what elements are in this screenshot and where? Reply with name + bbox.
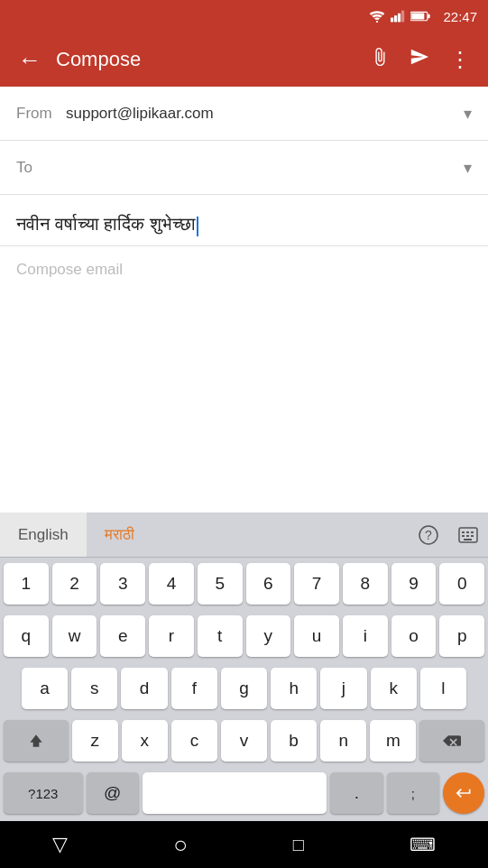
key-k[interactable]: k: [371, 668, 417, 709]
app-bar-title: Compose: [56, 48, 355, 71]
svg-rect-6: [428, 14, 430, 19]
from-field: From support@lipikaar.com ▾: [0, 87, 488, 141]
key-5[interactable]: 5: [198, 563, 243, 605]
marathi-tab[interactable]: मराठी: [87, 512, 152, 557]
keyboard: English मराठी ? 1 2: [0, 512, 488, 821]
key-1[interactable]: 1: [4, 563, 49, 605]
key-9[interactable]: 9: [391, 563, 437, 605]
key-r[interactable]: r: [149, 615, 194, 657]
key-row-2: a s d f g h j k l: [0, 662, 488, 715]
svg-rect-14: [462, 535, 465, 537]
key-a[interactable]: a: [22, 668, 68, 709]
app-bar: ← Compose ⋮: [0, 32, 488, 87]
key-e[interactable]: e: [100, 615, 145, 657]
key-z[interactable]: z: [72, 720, 118, 762]
subject-field[interactable]: नवीन वर्षाच्या हार्दिक शुभेच्छा: [0, 195, 488, 246]
compose-placeholder: Compose email: [16, 261, 123, 278]
more-menu-button[interactable]: ⋮: [444, 42, 475, 78]
key-row-3: z x c v b n m: [0, 715, 488, 767]
from-label: From: [16, 105, 66, 123]
status-time: 22:47: [443, 9, 477, 24]
shift-key[interactable]: [4, 720, 69, 762]
svg-text:?: ?: [425, 528, 432, 542]
space-key[interactable]: [143, 772, 327, 814]
key-f[interactable]: f: [171, 668, 217, 709]
key-v[interactable]: v: [221, 720, 267, 762]
key-8[interactable]: 8: [343, 563, 388, 605]
subject-text: नवीन वर्षाच्या हार्दिक शुभेच्छा: [16, 214, 196, 234]
bottom-nav: ▽ ○ □ ⌨: [0, 821, 488, 868]
key-p[interactable]: p: [439, 615, 484, 657]
bottom-row: ?123 @ . ;: [0, 767, 488, 821]
key-h[interactable]: h: [271, 668, 317, 709]
semicolon-key[interactable]: ;: [387, 772, 439, 814]
key-j[interactable]: j: [320, 668, 366, 709]
signal-icon: [391, 10, 405, 23]
number-row: 1 2 3 4 5 6 7 8 9 0: [0, 558, 488, 610]
svg-rect-11: [462, 531, 465, 533]
key-c[interactable]: c: [171, 720, 217, 762]
key-6[interactable]: 6: [246, 563, 291, 605]
from-dropdown-icon[interactable]: ▾: [464, 104, 472, 124]
svg-rect-17: [464, 539, 472, 540]
keyboard-type-icon[interactable]: [448, 515, 488, 555]
key-t[interactable]: t: [198, 615, 243, 657]
period-key[interactable]: .: [330, 772, 382, 814]
at-key[interactable]: @: [87, 772, 139, 814]
key-0[interactable]: 0: [439, 563, 484, 605]
key-o[interactable]: o: [391, 615, 437, 657]
text-cursor: [197, 217, 198, 236]
key-2[interactable]: 2: [52, 563, 97, 605]
nav-keyboard-icon[interactable]: ⌨: [410, 834, 436, 855]
key-l[interactable]: l: [420, 668, 466, 709]
key-d[interactable]: d: [121, 668, 167, 709]
enter-key[interactable]: [443, 772, 484, 814]
svg-rect-2: [394, 15, 397, 22]
nav-back-icon[interactable]: ▽: [52, 833, 68, 856]
to-dropdown-icon[interactable]: ▾: [464, 158, 472, 178]
svg-rect-4: [401, 11, 404, 23]
key-w[interactable]: w: [52, 615, 97, 657]
svg-rect-15: [466, 535, 469, 537]
key-g[interactable]: g: [221, 668, 267, 709]
back-button[interactable]: ←: [13, 41, 47, 79]
svg-rect-1: [391, 18, 393, 23]
key-7[interactable]: 7: [294, 563, 339, 605]
svg-rect-3: [398, 14, 401, 23]
key-n[interactable]: n: [320, 720, 366, 762]
key-s[interactable]: s: [71, 668, 117, 709]
battery-icon: [410, 11, 430, 22]
key-u[interactable]: u: [294, 615, 339, 657]
nav-recent-icon[interactable]: □: [293, 835, 304, 855]
english-tab[interactable]: English: [0, 512, 87, 557]
to-field[interactable]: To ▾: [0, 141, 488, 195]
send-button[interactable]: [404, 42, 435, 78]
key-4[interactable]: 4: [149, 563, 194, 605]
nav-home-icon[interactable]: ○: [173, 831, 188, 859]
key-y[interactable]: y: [246, 615, 291, 657]
attach-icon[interactable]: [364, 42, 395, 78]
svg-rect-13: [471, 531, 474, 533]
num-sym-key[interactable]: ?123: [4, 772, 83, 814]
svg-point-0: [376, 21, 378, 23]
from-value: support@lipikaar.com: [66, 105, 464, 123]
wifi-icon: [369, 10, 385, 23]
key-x[interactable]: x: [122, 720, 168, 762]
key-q[interactable]: q: [4, 615, 49, 657]
key-i[interactable]: i: [343, 615, 388, 657]
to-label: To: [16, 159, 66, 177]
svg-rect-16: [471, 535, 474, 537]
svg-rect-12: [466, 531, 469, 533]
compose-body[interactable]: Compose email: [0, 246, 488, 319]
language-tabs: English मराठी ?: [0, 512, 488, 558]
key-3[interactable]: 3: [100, 563, 145, 605]
keyboard-help-icon[interactable]: ?: [409, 515, 448, 555]
status-bar: 22:47: [0, 0, 488, 32]
key-m[interactable]: m: [370, 720, 416, 762]
svg-rect-7: [412, 13, 425, 19]
key-row-1: q w e r t y u i o p: [0, 610, 488, 662]
key-b[interactable]: b: [271, 720, 317, 762]
backspace-key[interactable]: [419, 720, 484, 762]
